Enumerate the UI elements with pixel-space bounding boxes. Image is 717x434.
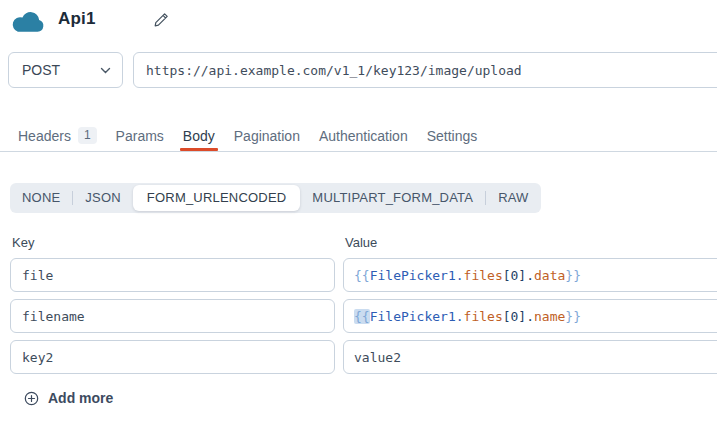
value-field-1[interactable]: {{FilePicker1.files[0].data}} [343,258,717,292]
value-field-3[interactable]: value2 [343,340,717,374]
chevron-down-icon [100,67,111,74]
body-type-form-urlencoded[interactable]: FORM_URLENCODED [133,185,301,211]
tab-label: Headers [18,128,71,144]
body-type-selector: NONE JSON FORM_URLENCODED MULTIPART_FORM… [10,183,541,213]
tab-label: Settings [427,128,478,144]
body-type-none[interactable]: NONE [10,183,72,213]
tab-label: Body [183,128,215,144]
value-column-header: Value [345,235,377,250]
tab-bar: Headers 1 Params Body Pagination Authent… [0,120,717,152]
key-field-3[interactable] [10,340,335,374]
pencil-icon[interactable] [152,12,170,30]
tab-pagination[interactable]: Pagination [234,120,300,151]
tab-authentication[interactable]: Authentication [319,120,408,151]
add-more-button[interactable]: Add more [24,390,113,406]
tab-label: Authentication [319,128,408,144]
api-editor-panel: Api1 POST Headers 1 Params Body Paginati… [0,0,717,434]
tab-params[interactable]: Params [116,120,164,151]
tab-headers[interactable]: Headers 1 [18,120,97,151]
key-field-1[interactable] [10,258,335,292]
tab-label: Params [116,128,164,144]
tab-body[interactable]: Body [183,120,215,151]
plus-circle-icon [24,391,39,406]
add-more-label: Add more [48,390,113,406]
value-field-2[interactable]: {{FilePicker1.files[0].name}} [343,299,717,333]
method-value: POST [22,62,60,78]
url-input[interactable] [133,52,717,88]
body-type-json[interactable]: JSON [73,183,132,213]
key-column-header: Key [12,235,34,250]
tab-settings[interactable]: Settings [427,120,478,151]
body-type-raw[interactable]: RAW [486,183,540,213]
page-title: Api1 [58,9,96,29]
tab-label: Pagination [234,128,300,144]
body-type-multipart-form-data[interactable]: MULTIPART_FORM_DATA [300,183,485,213]
headers-count-badge: 1 [78,127,97,144]
method-select[interactable]: POST [8,52,123,88]
key-field-2[interactable] [10,299,335,333]
cloud-icon [10,8,47,33]
